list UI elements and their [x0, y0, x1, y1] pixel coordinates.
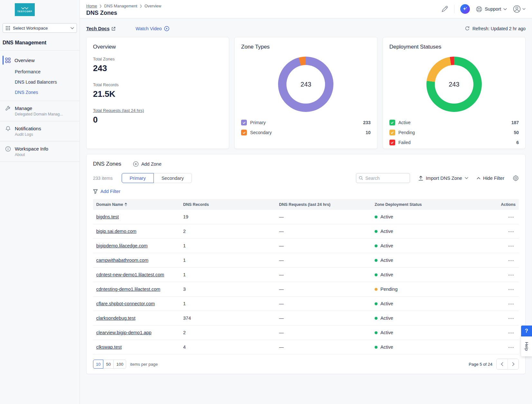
top-header: Home ❯ DNS Management ❯ Overview DNS Zon… [80, 0, 532, 18]
table-row: clearview.bigip-demo1.app 2 — Active ●●● [93, 326, 519, 340]
legend-label: Active [398, 120, 411, 125]
donut-total: 243 [449, 81, 459, 88]
domain-link[interactable]: clkswap.test [96, 344, 122, 350]
legend-label: Secondary [250, 130, 272, 135]
status-cell: Pending [371, 287, 474, 292]
sidebar-section-notifications[interactable]: Notifications Audit Logs [0, 121, 79, 141]
domain-link[interactable]: bigip.sai.demo.com [96, 229, 136, 234]
row-actions-button[interactable]: ●●● [507, 259, 516, 262]
sidebar-section-workspace-info[interactable]: Workspace Info About [0, 141, 79, 162]
legend-label: Pending [398, 130, 415, 135]
row-actions-button[interactable]: ●●● [507, 244, 516, 248]
gear-icon[interactable] [513, 175, 519, 181]
legend-checkbox[interactable] [389, 130, 395, 135]
row-actions-button[interactable]: ●●● [507, 317, 516, 320]
sidebar-item-overview[interactable]: Overview [0, 54, 79, 67]
row-actions-button[interactable]: ●●● [507, 273, 516, 277]
tab-secondary[interactable]: Secondary [154, 173, 192, 183]
sidebar-item-dns-load-balancers[interactable]: DNS Load Balancers [0, 77, 79, 87]
stat-label: Total Records [93, 82, 222, 87]
page-size-100[interactable]: 100 [114, 360, 126, 369]
column-header-domain-name[interactable]: Domain Name [93, 202, 180, 207]
deployment-statuses-card: Deployment Statuses 243 Active 187 [383, 37, 526, 149]
total-requests-link[interactable]: Total Requests (last 24 hrs) [93, 108, 222, 113]
sidebar-item-performance[interactable]: Performance [0, 67, 79, 77]
domain-link[interactable]: bigdns.test [96, 214, 119, 219]
column-header-zone-deployment-status: Zone Deployment Status [371, 202, 474, 207]
domain-link[interactable]: campwithabathroom.com [96, 258, 148, 263]
ai-assistant-button[interactable] [460, 4, 470, 14]
dns-records-cell: 2 [180, 229, 276, 234]
section-sublabel: Delegated Domain Manag... [15, 112, 63, 116]
tab-primary[interactable]: Primary [122, 173, 154, 183]
import-dns-zone-button[interactable]: Import DNS Zone [418, 176, 468, 181]
status-cell: Active [371, 272, 474, 277]
row-actions-button[interactable]: ●●● [507, 288, 516, 291]
tech-docs-link[interactable]: Tech Docs [86, 26, 116, 31]
tech-docs-label: Tech Docs [86, 26, 109, 31]
sidebar-sections: Manage Delegated Domain Manag... Notific… [0, 101, 79, 162]
brush-icon[interactable] [441, 5, 448, 13]
row-actions-button[interactable]: ●●● [507, 230, 516, 233]
prev-page-button[interactable] [497, 359, 508, 369]
help-question-button[interactable]: ? [521, 326, 532, 336]
breadcrumb-section[interactable]: DNS Management [104, 4, 137, 8]
domain-link[interactable]: clarksondebug.test [96, 316, 135, 321]
search-box[interactable] [356, 173, 410, 183]
domain-link[interactable]: bigipdemo.lilacedge.com [96, 243, 148, 248]
workspace-selector[interactable]: Select Workspace [3, 23, 77, 33]
legend-checkbox[interactable] [389, 120, 395, 125]
hide-filter-button[interactable]: Hide Filter [477, 176, 504, 181]
sort-icon[interactable] [125, 203, 127, 207]
status-dot [375, 288, 378, 291]
domain-link[interactable]: clearview.bigip-demo1.app [96, 330, 152, 335]
legend-checkbox[interactable] [241, 130, 247, 135]
next-page-button[interactable] [508, 359, 518, 369]
status-cell: Active [371, 344, 474, 350]
add-zone-button[interactable]: Add Zone [133, 161, 162, 167]
section-label: Notifications [15, 126, 41, 131]
help-tab[interactable]: Help [521, 336, 532, 356]
sidebar-item-dns-zones[interactable]: DNS Zones [0, 87, 79, 97]
search-input[interactable] [365, 176, 407, 181]
dns-requests-cell: — [276, 344, 371, 350]
user-menu[interactable] [513, 5, 526, 13]
legend-checkbox[interactable] [389, 140, 395, 145]
overview-card: Overview Total Zones 243 Total Records 2… [86, 37, 229, 149]
add-filter-label: Add Filter [100, 189, 120, 194]
row-actions-button[interactable]: ●●● [507, 302, 516, 306]
section-label: Workspace Info [15, 146, 48, 152]
page-size-10[interactable]: 10 [93, 360, 103, 369]
legend-checkbox[interactable] [241, 120, 247, 125]
domain-link[interactable]: cflare.shpbot-connector.com [96, 301, 155, 306]
support-menu[interactable]: Support [476, 6, 507, 13]
domain-link[interactable]: cdntest-new-demo1.lilactest.com [96, 272, 164, 277]
legend-value: 233 [363, 120, 370, 125]
table-row: cdntesting-demo1.lilactest.com 3 — Pendi… [93, 282, 519, 297]
status-dot [375, 244, 378, 247]
page-nav [496, 359, 519, 370]
domain-link[interactable]: cdntesting-demo1.lilactest.com [96, 287, 160, 292]
row-actions-button[interactable]: ●●● [507, 215, 516, 219]
logo-text: TESTCORP [17, 10, 32, 13]
row-actions-button[interactable]: ●●● [507, 345, 516, 349]
table-row: bigipdemo.lilacedge.com 1 — Active ●●● [93, 239, 519, 253]
dns-requests-cell: — [276, 287, 371, 292]
card-title: Overview [93, 44, 222, 50]
breadcrumb-home-link[interactable]: Home [86, 4, 97, 8]
company-logo: TESTCORP [15, 3, 35, 16]
chevron-down-icon [522, 8, 526, 10]
zone-type-tabs: PrimarySecondary [122, 173, 192, 183]
row-actions-button[interactable]: ●●● [507, 331, 516, 335]
page-size-selector: 1050100 [93, 360, 126, 369]
active-indicator [3, 56, 4, 65]
sidebar-section-manage[interactable]: Manage Delegated Domain Manag... [0, 101, 79, 121]
page-content: Tech Docs Watch Video Refresh: Updated 2… [80, 18, 532, 404]
add-filter-button[interactable]: Add Filter [93, 189, 519, 194]
divider [454, 5, 454, 13]
refresh-button[interactable]: Refresh: Updated 2 hr ago [465, 26, 526, 31]
watch-video-link[interactable]: Watch Video [135, 26, 169, 31]
chevron-down-icon [465, 177, 468, 179]
page-size-50[interactable]: 50 [103, 360, 114, 369]
stat-value: 0 [93, 115, 222, 125]
